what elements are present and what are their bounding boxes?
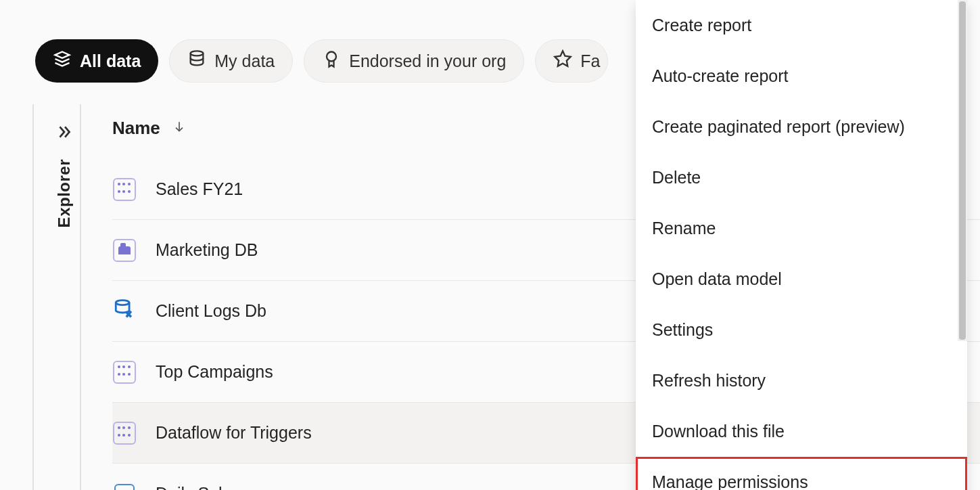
row-name: Sales FY21 [156,179,243,199]
row-name: Daily Sales [156,484,240,490]
divider [32,104,34,490]
database-icon [112,299,137,324]
dataset-icon [112,177,137,202]
row-name: Marketing DB [156,240,258,260]
dataset-icon [112,421,137,445]
menu-item-delete[interactable]: Delete [636,152,967,203]
dataset-icon [112,360,137,384]
menu-item-settings[interactable]: Settings [636,305,967,355]
column-header-label: Name [112,118,160,139]
svg-point-2 [116,300,129,305]
star-icon [553,49,572,72]
menu-item-refresh-history[interactable]: Refresh history [636,355,967,406]
filter-label: Fa [580,51,600,71]
row-name: Client Logs Db [156,301,266,321]
menu-item-download-this-file[interactable]: Download this file [636,406,967,457]
filter-label: All data [80,51,141,71]
scrollbar-thumb[interactable] [959,1,966,340]
row-name: Top Campaigns [156,362,273,382]
rail-label: Explorer [55,159,74,227]
ribbon-icon [322,49,341,72]
database-icon [187,49,206,72]
filter-favorites[interactable]: Fa [535,39,607,83]
upload-icon [112,482,137,491]
svg-point-1 [327,52,336,62]
menu-item-rename[interactable]: Rename [636,203,967,254]
filter-endorsed[interactable]: Endorsed in your org [304,39,524,83]
expand-rail-icon[interactable] [55,123,73,146]
explorer-rail: Explorer [49,104,81,490]
context-menu: Create reportAuto-create reportCreate pa… [636,0,967,490]
sort-arrow-down-icon [172,120,186,137]
filter-all-data[interactable]: All data [35,39,158,83]
menu-item-open-data-model[interactable]: Open data model [636,254,967,305]
menu-item-auto-create-report[interactable]: Auto-create report [636,51,967,102]
menu-item-create-paginated-report-preview[interactable]: Create paginated report (preview) [636,102,967,152]
datamart-icon [112,238,137,263]
menu-item-create-report[interactable]: Create report [636,0,967,51]
filter-label: Endorsed in your org [349,51,506,71]
filter-my-data[interactable]: My data [169,39,293,83]
svg-point-0 [191,51,204,55]
menu-item-manage-permissions[interactable]: Manage permissions [636,457,967,490]
scrollbar[interactable] [958,0,967,341]
filter-label: My data [214,51,275,71]
stack-icon [53,49,72,72]
row-name: Dataflow for Triggers [156,423,312,443]
